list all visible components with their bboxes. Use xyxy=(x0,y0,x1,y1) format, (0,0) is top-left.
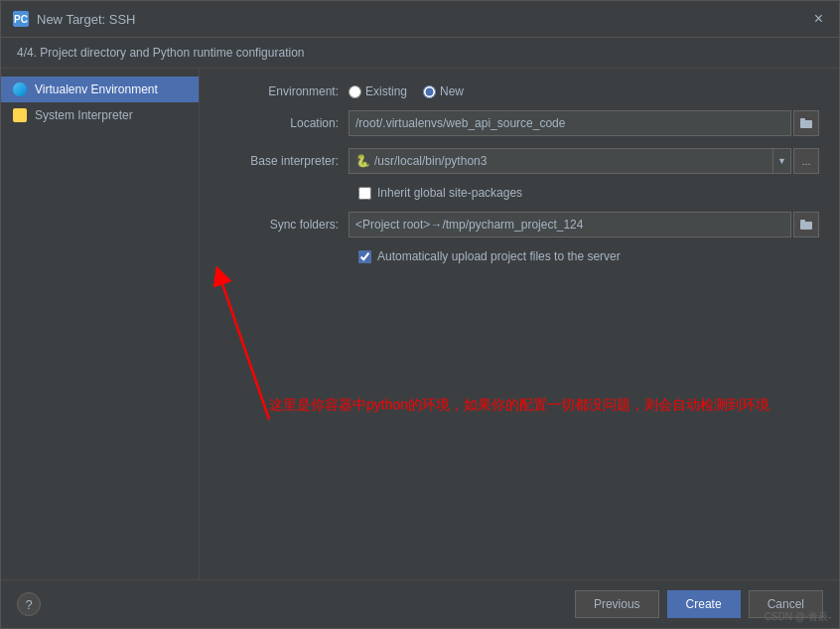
title-bar: PC New Target: SSH × xyxy=(1,1,839,38)
sidebar-item-virtualenv-label: Virtualenv Environment xyxy=(35,82,158,96)
python-emoji: 🐍 xyxy=(355,154,370,168)
app-icon: PC xyxy=(13,11,29,27)
radio-existing[interactable]: Existing xyxy=(349,84,407,98)
previous-button[interactable]: Previous xyxy=(575,590,659,618)
radio-new[interactable]: New xyxy=(423,84,464,98)
virtualenv-icon xyxy=(13,82,27,96)
subtitle: 4/4. Project directory and Python runtim… xyxy=(1,38,839,69)
base-interpreter-ellipsis-button[interactable]: ... xyxy=(793,148,819,174)
footer-left: ? xyxy=(17,592,41,616)
close-button[interactable]: × xyxy=(810,9,827,29)
location-input[interactable] xyxy=(349,110,791,136)
sidebar-item-system[interactable]: System Interpreter xyxy=(1,102,199,128)
base-interpreter-row: Base interpreter: 🐍 /usr/local/bin/pytho… xyxy=(219,148,819,174)
auto-upload-checkbox[interactable] xyxy=(358,250,371,263)
environment-label: Environment: xyxy=(219,84,349,98)
svg-rect-2 xyxy=(800,222,812,230)
inherit-global-checkbox[interactable] xyxy=(358,187,371,200)
python-icon xyxy=(13,108,27,122)
sync-folders-browse-button[interactable] xyxy=(793,212,819,237)
watermark: CSDN @·青辰- xyxy=(765,610,831,624)
folder-icon-2 xyxy=(799,218,813,232)
title-bar-left: PC New Target: SSH xyxy=(13,11,135,27)
base-interpreter-input-group: 🐍 /usr/local/bin/python3 ▼ ... xyxy=(349,148,819,174)
radio-new-label: New xyxy=(440,84,464,98)
sidebar-item-virtualenv[interactable]: Virtualenv Environment xyxy=(1,77,199,102)
inherit-global-row: Inherit global site-packages xyxy=(219,186,819,200)
create-button[interactable]: Create xyxy=(667,590,741,618)
content: Virtualenv Environment System Interprete… xyxy=(1,69,839,579)
select-arrow-button[interactable]: ▼ xyxy=(772,149,790,173)
location-row: Location: xyxy=(219,110,819,136)
radio-new-input[interactable] xyxy=(423,85,436,98)
auto-upload-row: Automatically upload project files to th… xyxy=(219,249,819,263)
inherit-global-label: Inherit global site-packages xyxy=(377,186,522,200)
radio-existing-input[interactable] xyxy=(349,85,361,98)
svg-rect-3 xyxy=(800,220,805,223)
annotation-text: 这里是你容器中python的环境，如果你的配置一切都没问题，则会自动检测到环境 xyxy=(219,396,819,414)
auto-upload-label: Automatically upload project files to th… xyxy=(377,249,621,263)
sync-folders-row: Sync folders: xyxy=(219,212,819,237)
folder-icon xyxy=(799,116,813,130)
base-interpreter-value: /usr/local/bin/python3 xyxy=(374,154,487,168)
sync-folders-input-group xyxy=(349,212,819,237)
sync-folders-label: Sync folders: xyxy=(219,218,349,232)
location-input-group xyxy=(349,110,819,136)
base-interpreter-label: Base interpreter: xyxy=(219,154,349,168)
dialog-title: New Target: SSH xyxy=(37,12,135,27)
location-browse-button[interactable] xyxy=(793,110,819,136)
svg-rect-1 xyxy=(800,118,805,121)
sidebar: Virtualenv Environment System Interprete… xyxy=(1,69,200,579)
environment-row: Environment: Existing New xyxy=(219,84,819,98)
footer: ? Previous Create Cancel xyxy=(1,579,839,628)
base-interpreter-select-inner: 🐍 /usr/local/bin/python3 xyxy=(350,154,772,168)
svg-rect-0 xyxy=(800,120,812,128)
base-interpreter-select[interactable]: 🐍 /usr/local/bin/python3 ▼ xyxy=(349,148,791,174)
sync-folders-input[interactable] xyxy=(349,212,791,237)
radio-existing-label: Existing xyxy=(365,84,407,98)
sidebar-item-system-label: System Interpreter xyxy=(35,108,133,122)
annotation-area: 这里是你容器中python的环境，如果你的配置一切都没问题，则会自动检测到环境 xyxy=(219,275,819,474)
chevron-down-icon: ▼ xyxy=(777,156,786,166)
environment-radio-group: Existing New xyxy=(349,84,819,98)
main-panel: Environment: Existing New Location: xyxy=(200,69,839,579)
location-label: Location: xyxy=(219,116,349,130)
help-button[interactable]: ? xyxy=(17,592,41,616)
dialog: PC New Target: SSH × 4/4. Project direct… xyxy=(0,0,840,629)
